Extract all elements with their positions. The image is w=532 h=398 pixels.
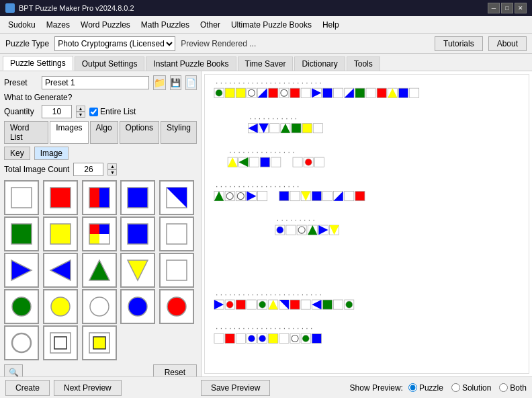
svg-rect-144 <box>279 333 289 343</box>
save-as-button[interactable]: 📄 <box>185 75 197 90</box>
menu-ultimate-puzzle-books[interactable]: Ultimate Puzzle Books <box>226 18 317 32</box>
maximize-button[interactable]: □ <box>501 3 513 13</box>
tab-dictionary[interactable]: Dictionary <box>294 56 345 71</box>
svg-point-148 <box>302 335 309 342</box>
svg-point-88 <box>237 193 244 200</box>
symbol-small-yellow-rect[interactable] <box>82 325 117 360</box>
what-to-generate-label: What to Generate? <box>4 93 197 102</box>
about-button[interactable]: About <box>488 36 527 51</box>
symbol-green-circle[interactable] <box>4 289 39 324</box>
symbol-white-rect[interactable] <box>4 180 39 215</box>
quantity-spinner[interactable]: ▲ ▼ <box>76 106 85 118</box>
radio-puzzle[interactable]: Puzzle <box>408 383 443 393</box>
titlebar: BPT Puzzle Maker Pro v2024.8.0.2 ─ □ ✕ <box>0 0 532 16</box>
svg-rect-1 <box>50 188 71 208</box>
tab-time-saver[interactable]: Time Saver <box>238 56 294 71</box>
search-button[interactable]: 🔍 <box>4 364 23 376</box>
tab-puzzle-settings[interactable]: Puzzle Settings <box>3 56 73 71</box>
radio-both[interactable]: Both <box>499 383 527 393</box>
radio-both-input[interactable] <box>499 383 508 392</box>
symbol-blue-rect2[interactable] <box>120 216 155 251</box>
symbol-red-rect[interactable] <box>43 180 78 215</box>
sub-tab-word-list[interactable]: Word List <box>4 121 48 144</box>
symbol-yellow-circle[interactable] <box>43 289 78 324</box>
image-button[interactable]: Image <box>34 147 69 160</box>
symbol-white-rect2[interactable] <box>159 216 194 251</box>
menu-sudoku[interactable]: Sudoku <box>3 18 41 32</box>
menu-mazes[interactable]: Mazes <box>41 18 75 32</box>
radio-solution-input[interactable] <box>451 383 460 392</box>
symbol-quad-rect[interactable] <box>82 216 117 251</box>
symbol-blue-rect[interactable] <box>120 180 155 215</box>
preset-label: Preset <box>4 78 38 87</box>
menu-help[interactable]: Help <box>317 18 345 32</box>
image-count-up[interactable]: ▲ <box>107 163 117 169</box>
menu-word-puzzles[interactable]: Word Puzzles <box>75 18 136 32</box>
sub-tab-algo[interactable]: Algo <box>90 121 118 144</box>
symbol-yellow-rect[interactable] <box>43 216 78 251</box>
menu-other[interactable]: Other <box>195 18 226 32</box>
save-preview-button[interactable]: Save Preview <box>201 380 270 396</box>
symbol-white-circle[interactable] <box>82 289 117 324</box>
svg-marker-20 <box>128 260 148 280</box>
svg-marker-19 <box>89 260 109 280</box>
sub-tab-options[interactable]: Options <box>120 121 159 144</box>
sub-tab-styling[interactable]: Styling <box>161 121 197 144</box>
svg-point-26 <box>167 297 186 316</box>
entire-list-checkbox[interactable] <box>89 108 98 116</box>
symbol-white-circle-outline[interactable] <box>4 325 39 360</box>
puzzle-row-5: · · · · · · · · · <box>275 215 339 235</box>
sub-tab-images[interactable]: Images <box>50 121 88 144</box>
svg-text:· · · · · · · · ·: · · · · · · · · · <box>277 215 315 225</box>
symbol-red-blue-rect[interactable] <box>82 180 117 215</box>
tab-output-settings[interactable]: Output Settings <box>75 56 145 71</box>
svg-point-107 <box>298 227 305 233</box>
symbol-yellow-tri[interactable] <box>120 253 155 288</box>
quantity-row: Quantity ▲ ▼ Entire List <box>4 105 197 118</box>
quantity-input[interactable] <box>42 105 72 118</box>
symbol-small-white-rect[interactable] <box>43 325 78 360</box>
svg-point-80 <box>305 159 312 165</box>
quantity-up[interactable]: ▲ <box>76 106 85 112</box>
reset-button[interactable]: Reset <box>153 364 197 376</box>
minimize-button[interactable]: ─ <box>488 3 500 13</box>
radio-puzzle-input[interactable] <box>408 383 417 392</box>
quantity-label: Quantity <box>4 107 38 116</box>
image-count-input[interactable] <box>73 163 103 176</box>
image-count-down[interactable]: ▼ <box>107 169 117 175</box>
show-preview-label: Show Preview: <box>350 383 403 393</box>
key-button[interactable]: Key <box>4 147 30 160</box>
symbol-blue-tri-right[interactable] <box>4 253 39 288</box>
image-count-spinner[interactable]: ▲ ▼ <box>107 163 117 175</box>
tab-tools[interactable]: Tools <box>347 56 380 71</box>
create-button[interactable]: Create <box>5 380 50 396</box>
tab-instant-puzzle-books[interactable]: Instant Puzzle Books <box>146 56 236 71</box>
menubar: Sudoku Mazes Word Puzzles Math Puzzles O… <box>0 16 532 34</box>
symbol-blue-white-rect[interactable] <box>159 180 194 215</box>
radio-solution[interactable]: Solution <box>451 383 491 393</box>
close-button[interactable]: ✕ <box>515 3 527 13</box>
entire-list-label[interactable]: Entire List <box>89 107 136 116</box>
folder-open-button[interactable]: 📁 <box>153 75 166 90</box>
cryptogram-preview: · · · · · · · · · · · · · · · · · · · · … <box>205 75 529 373</box>
symbol-white-rect3[interactable] <box>159 253 194 288</box>
radio-group: Puzzle Solution Both <box>408 383 527 393</box>
tutorials-button[interactable]: Tutorials <box>435 36 483 51</box>
svg-rect-3 <box>99 188 109 208</box>
menu-math-puzzles[interactable]: Math Puzzles <box>136 18 195 32</box>
next-preview-button[interactable]: Next Preview <box>54 380 122 396</box>
symbol-green-tri[interactable] <box>82 253 117 288</box>
puzzle-type-select[interactable]: Photo Cryptograms (Licensed) <box>54 36 175 51</box>
save-button[interactable]: 💾 <box>170 75 181 90</box>
quantity-down[interactable]: ▼ <box>76 112 85 118</box>
svg-point-43 <box>281 89 287 96</box>
svg-rect-49 <box>334 88 343 97</box>
preset-input[interactable] <box>42 76 149 89</box>
symbol-green-rect[interactable] <box>4 216 39 251</box>
svg-point-23 <box>51 297 70 316</box>
symbol-blue-circle[interactable] <box>120 289 155 324</box>
svg-rect-52 <box>355 88 365 97</box>
symbol-blue-tri-left[interactable] <box>43 253 78 288</box>
titlebar-controls[interactable]: ─ □ ✕ <box>488 3 527 13</box>
symbol-red-circle[interactable] <box>159 289 194 324</box>
